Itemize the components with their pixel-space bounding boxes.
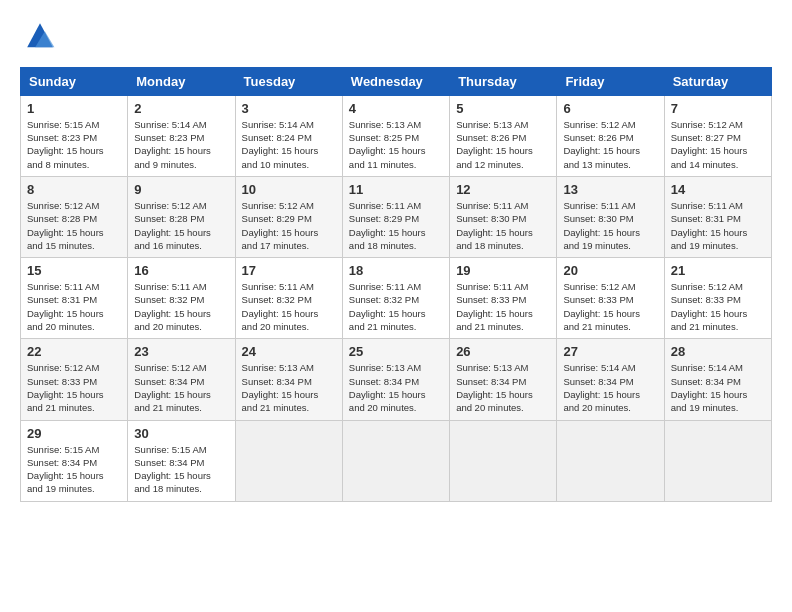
day-number: 30 — [134, 426, 228, 441]
calendar-cell: 17 Sunrise: 5:11 AM Sunset: 8:32 PM Dayl… — [235, 258, 342, 339]
day-detail: Sunrise: 5:12 AM Sunset: 8:27 PM Dayligh… — [671, 118, 765, 171]
day-detail: Sunrise: 5:11 AM Sunset: 8:32 PM Dayligh… — [349, 280, 443, 333]
day-number: 1 — [27, 101, 121, 116]
calendar-cell: 1 Sunrise: 5:15 AM Sunset: 8:23 PM Dayli… — [21, 95, 128, 176]
calendar-cell: 23 Sunrise: 5:12 AM Sunset: 8:34 PM Dayl… — [128, 339, 235, 420]
calendar-week-row: 8 Sunrise: 5:12 AM Sunset: 8:28 PM Dayli… — [21, 176, 772, 257]
day-number: 5 — [456, 101, 550, 116]
calendar-header-row: SundayMondayTuesdayWednesdayThursdayFrid… — [21, 67, 772, 95]
day-detail: Sunrise: 5:14 AM Sunset: 8:23 PM Dayligh… — [134, 118, 228, 171]
calendar-cell: 24 Sunrise: 5:13 AM Sunset: 8:34 PM Dayl… — [235, 339, 342, 420]
day-number: 25 — [349, 344, 443, 359]
calendar-cell — [342, 420, 449, 501]
day-number: 29 — [27, 426, 121, 441]
day-detail: Sunrise: 5:11 AM Sunset: 8:30 PM Dayligh… — [456, 199, 550, 252]
calendar-cell: 26 Sunrise: 5:13 AM Sunset: 8:34 PM Dayl… — [450, 339, 557, 420]
day-number: 7 — [671, 101, 765, 116]
calendar-cell: 22 Sunrise: 5:12 AM Sunset: 8:33 PM Dayl… — [21, 339, 128, 420]
day-detail: Sunrise: 5:12 AM Sunset: 8:28 PM Dayligh… — [27, 199, 121, 252]
calendar-cell — [450, 420, 557, 501]
logo-icon — [24, 20, 56, 52]
day-number: 19 — [456, 263, 550, 278]
day-number: 8 — [27, 182, 121, 197]
calendar-cell: 13 Sunrise: 5:11 AM Sunset: 8:30 PM Dayl… — [557, 176, 664, 257]
day-number: 9 — [134, 182, 228, 197]
day-header-saturday: Saturday — [664, 67, 771, 95]
calendar-cell: 15 Sunrise: 5:11 AM Sunset: 8:31 PM Dayl… — [21, 258, 128, 339]
calendar-cell: 18 Sunrise: 5:11 AM Sunset: 8:32 PM Dayl… — [342, 258, 449, 339]
day-detail: Sunrise: 5:11 AM Sunset: 8:33 PM Dayligh… — [456, 280, 550, 333]
day-header-tuesday: Tuesday — [235, 67, 342, 95]
day-detail: Sunrise: 5:15 AM Sunset: 8:34 PM Dayligh… — [27, 443, 121, 496]
day-number: 12 — [456, 182, 550, 197]
day-detail: Sunrise: 5:12 AM Sunset: 8:26 PM Dayligh… — [563, 118, 657, 171]
calendar-cell: 25 Sunrise: 5:13 AM Sunset: 8:34 PM Dayl… — [342, 339, 449, 420]
day-number: 23 — [134, 344, 228, 359]
calendar-cell: 19 Sunrise: 5:11 AM Sunset: 8:33 PM Dayl… — [450, 258, 557, 339]
calendar-week-row: 15 Sunrise: 5:11 AM Sunset: 8:31 PM Dayl… — [21, 258, 772, 339]
day-number: 6 — [563, 101, 657, 116]
day-header-wednesday: Wednesday — [342, 67, 449, 95]
day-detail: Sunrise: 5:13 AM Sunset: 8:34 PM Dayligh… — [456, 361, 550, 414]
day-number: 4 — [349, 101, 443, 116]
logo — [20, 20, 56, 57]
calendar-cell: 10 Sunrise: 5:12 AM Sunset: 8:29 PM Dayl… — [235, 176, 342, 257]
day-detail: Sunrise: 5:14 AM Sunset: 8:24 PM Dayligh… — [242, 118, 336, 171]
day-detail: Sunrise: 5:15 AM Sunset: 8:23 PM Dayligh… — [27, 118, 121, 171]
day-number: 17 — [242, 263, 336, 278]
day-detail: Sunrise: 5:12 AM Sunset: 8:34 PM Dayligh… — [134, 361, 228, 414]
calendar-cell: 8 Sunrise: 5:12 AM Sunset: 8:28 PM Dayli… — [21, 176, 128, 257]
day-detail: Sunrise: 5:12 AM Sunset: 8:33 PM Dayligh… — [671, 280, 765, 333]
day-detail: Sunrise: 5:12 AM Sunset: 8:33 PM Dayligh… — [563, 280, 657, 333]
day-number: 3 — [242, 101, 336, 116]
day-detail: Sunrise: 5:12 AM Sunset: 8:29 PM Dayligh… — [242, 199, 336, 252]
day-detail: Sunrise: 5:13 AM Sunset: 8:34 PM Dayligh… — [349, 361, 443, 414]
calendar-cell: 6 Sunrise: 5:12 AM Sunset: 8:26 PM Dayli… — [557, 95, 664, 176]
calendar-cell: 3 Sunrise: 5:14 AM Sunset: 8:24 PM Dayli… — [235, 95, 342, 176]
day-detail: Sunrise: 5:12 AM Sunset: 8:28 PM Dayligh… — [134, 199, 228, 252]
day-detail: Sunrise: 5:13 AM Sunset: 8:34 PM Dayligh… — [242, 361, 336, 414]
day-detail: Sunrise: 5:12 AM Sunset: 8:33 PM Dayligh… — [27, 361, 121, 414]
calendar-cell — [557, 420, 664, 501]
day-header-monday: Monday — [128, 67, 235, 95]
calendar-cell: 4 Sunrise: 5:13 AM Sunset: 8:25 PM Dayli… — [342, 95, 449, 176]
day-detail: Sunrise: 5:14 AM Sunset: 8:34 PM Dayligh… — [563, 361, 657, 414]
day-number: 15 — [27, 263, 121, 278]
day-detail: Sunrise: 5:11 AM Sunset: 8:32 PM Dayligh… — [134, 280, 228, 333]
calendar-body: 1 Sunrise: 5:15 AM Sunset: 8:23 PM Dayli… — [21, 95, 772, 501]
day-number: 10 — [242, 182, 336, 197]
day-header-friday: Friday — [557, 67, 664, 95]
calendar-cell: 29 Sunrise: 5:15 AM Sunset: 8:34 PM Dayl… — [21, 420, 128, 501]
calendar-cell: 30 Sunrise: 5:15 AM Sunset: 8:34 PM Dayl… — [128, 420, 235, 501]
calendar-cell: 11 Sunrise: 5:11 AM Sunset: 8:29 PM Dayl… — [342, 176, 449, 257]
day-detail: Sunrise: 5:11 AM Sunset: 8:31 PM Dayligh… — [27, 280, 121, 333]
calendar-cell: 9 Sunrise: 5:12 AM Sunset: 8:28 PM Dayli… — [128, 176, 235, 257]
calendar-week-row: 29 Sunrise: 5:15 AM Sunset: 8:34 PM Dayl… — [21, 420, 772, 501]
day-number: 24 — [242, 344, 336, 359]
day-number: 16 — [134, 263, 228, 278]
calendar-cell: 28 Sunrise: 5:14 AM Sunset: 8:34 PM Dayl… — [664, 339, 771, 420]
calendar-cell: 14 Sunrise: 5:11 AM Sunset: 8:31 PM Dayl… — [664, 176, 771, 257]
day-number: 22 — [27, 344, 121, 359]
day-detail: Sunrise: 5:11 AM Sunset: 8:30 PM Dayligh… — [563, 199, 657, 252]
calendar-cell: 7 Sunrise: 5:12 AM Sunset: 8:27 PM Dayli… — [664, 95, 771, 176]
calendar-week-row: 1 Sunrise: 5:15 AM Sunset: 8:23 PM Dayli… — [21, 95, 772, 176]
calendar-cell: 27 Sunrise: 5:14 AM Sunset: 8:34 PM Dayl… — [557, 339, 664, 420]
day-detail: Sunrise: 5:13 AM Sunset: 8:25 PM Dayligh… — [349, 118, 443, 171]
day-header-thursday: Thursday — [450, 67, 557, 95]
header — [20, 20, 772, 57]
day-detail: Sunrise: 5:11 AM Sunset: 8:32 PM Dayligh… — [242, 280, 336, 333]
day-number: 14 — [671, 182, 765, 197]
day-number: 2 — [134, 101, 228, 116]
day-detail: Sunrise: 5:11 AM Sunset: 8:29 PM Dayligh… — [349, 199, 443, 252]
calendar-cell: 12 Sunrise: 5:11 AM Sunset: 8:30 PM Dayl… — [450, 176, 557, 257]
calendar-cell: 20 Sunrise: 5:12 AM Sunset: 8:33 PM Dayl… — [557, 258, 664, 339]
day-number: 28 — [671, 344, 765, 359]
day-number: 26 — [456, 344, 550, 359]
calendar-cell — [664, 420, 771, 501]
calendar-cell: 16 Sunrise: 5:11 AM Sunset: 8:32 PM Dayl… — [128, 258, 235, 339]
day-detail: Sunrise: 5:15 AM Sunset: 8:34 PM Dayligh… — [134, 443, 228, 496]
day-number: 20 — [563, 263, 657, 278]
calendar-cell: 5 Sunrise: 5:13 AM Sunset: 8:26 PM Dayli… — [450, 95, 557, 176]
calendar-week-row: 22 Sunrise: 5:12 AM Sunset: 8:33 PM Dayl… — [21, 339, 772, 420]
